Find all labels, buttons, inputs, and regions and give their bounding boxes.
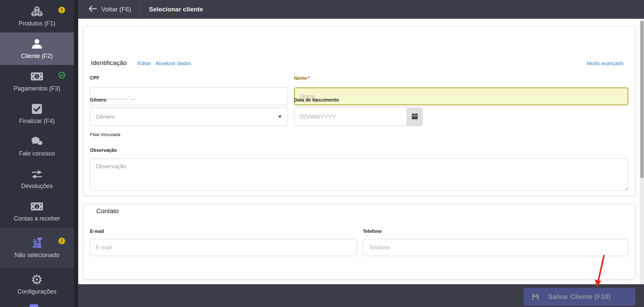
top-bar: Voltar (F6) Selecionar cliente (78, 0, 644, 19)
money-bill-icon: 1 (31, 200, 43, 212)
page-title: Selecionar cliente (149, 6, 203, 13)
cpf-input[interactable] (90, 87, 288, 105)
exchange-arrows-icon (31, 168, 43, 180)
sidebar-item-contas-a-receber[interactable]: 1 Contas a receber (0, 195, 74, 228)
identification-card: Identificação Editar Atualizar dados Mod… (83, 26, 635, 196)
sidebar-item-label: Devoluções (21, 183, 53, 190)
nascimento-input[interactable] (294, 108, 407, 126)
sidebar-item-label: Produtos (F1) (18, 20, 55, 27)
svg-text:1: 1 (36, 205, 38, 208)
user-icon (31, 38, 43, 50)
sidebar-item-label: Contas a receber (14, 215, 60, 222)
gear-icon: ⚙ (31, 273, 43, 286)
sidebar-item-label: Configurações (17, 288, 56, 295)
observacao-textarea[interactable] (90, 158, 628, 191)
comments-icon (31, 135, 43, 147)
topbar-separator (141, 0, 141, 19)
genero-select-placeholder: Gênero (96, 114, 115, 120)
save-floppy-icon (532, 293, 539, 302)
genero-label: Gênero (90, 97, 106, 103)
save-client-label: Salvar Cliente (F10) (548, 293, 611, 301)
sidebar-item-pagamentos[interactable]: 1 Pagamentos (F3) (0, 65, 74, 98)
update-data-link[interactable]: Atualizar dados (155, 60, 191, 66)
cash-register-icon (31, 237, 43, 249)
nome-input[interactable] (294, 87, 628, 105)
sidebar-item-label: Finalizar (F4) (19, 118, 55, 125)
section-title-identificacao: Identificação (91, 59, 127, 67)
required-asterisk: * (308, 75, 309, 81)
genero-select[interactable]: Gênero (90, 108, 288, 126)
contact-card: Contato E-mail Telefone (83, 204, 635, 280)
money-bill-icon: 1 (31, 70, 43, 82)
sidebar-item-fale-conosco[interactable]: Fale conosco (0, 130, 74, 163)
telefone-input[interactable] (363, 239, 628, 256)
sidebar: Produtos (F1) Cliente (F2) (0, 0, 74, 307)
warning-badge-icon (58, 238, 65, 244)
calendar-icon (411, 113, 418, 121)
email-input[interactable] (90, 239, 357, 256)
cpf-label: CPF (90, 75, 99, 80)
sidebar-item-produtos[interactable]: Produtos (F1) (0, 0, 74, 33)
back-button-label: Voltar (F6) (101, 6, 131, 13)
sidebar-item-label: Fale conosco (19, 150, 55, 157)
sidebar-item-configuracoes[interactable]: ⚙ Configurações (0, 268, 74, 301)
calendar-button[interactable] (407, 108, 423, 126)
sidebar-item-label: Cliente (F2) (21, 53, 53, 60)
observacao-label: Observação (90, 147, 117, 153)
arrow-left-icon (88, 5, 97, 14)
sidebar-item-devolucoes[interactable]: Devoluções (0, 163, 74, 195)
section-title-contato: Contato (96, 207, 119, 215)
svg-text:1: 1 (36, 75, 38, 78)
save-client-button[interactable]: Salvar Cliente (F10) (524, 288, 635, 306)
sidebar-content-divider (74, 0, 78, 307)
email-label: E-mail (90, 229, 104, 234)
telefone-label: Telefone (363, 229, 382, 234)
warning-badge-icon (58, 7, 65, 13)
nascimento-label: Data de Nascimento (294, 97, 339, 103)
chevron-down-icon (278, 116, 282, 118)
sidebar-item-caixa-nao-selecionado[interactable]: Não selecionado (0, 228, 74, 268)
filial-vinculada-label: Filial Vinculada (90, 132, 120, 137)
sidebar-item-label: Não selecionado (14, 252, 59, 259)
next-item-icon-sliver (30, 304, 38, 307)
nome-label: Nome (294, 75, 307, 81)
scrollbar-track[interactable] (640, 19, 644, 284)
check-square-icon (32, 103, 42, 115)
sidebar-item-label: Pagamentos (F3) (13, 85, 60, 92)
edit-link[interactable]: Editar (138, 60, 151, 66)
success-badge-icon (58, 72, 65, 78)
back-button[interactable]: Voltar (F6) (78, 0, 141, 19)
bottom-bar: Salvar Cliente (F10) (78, 284, 644, 307)
scrollbar-thumb[interactable] (640, 21, 644, 178)
sidebar-item-cliente[interactable]: Cliente (F2) (0, 33, 74, 65)
cubes-icon (31, 5, 43, 17)
advanced-mode-link[interactable]: Modo avançado (587, 60, 624, 66)
sidebar-item-finalizar[interactable]: Finalizar (F4) (0, 98, 74, 130)
